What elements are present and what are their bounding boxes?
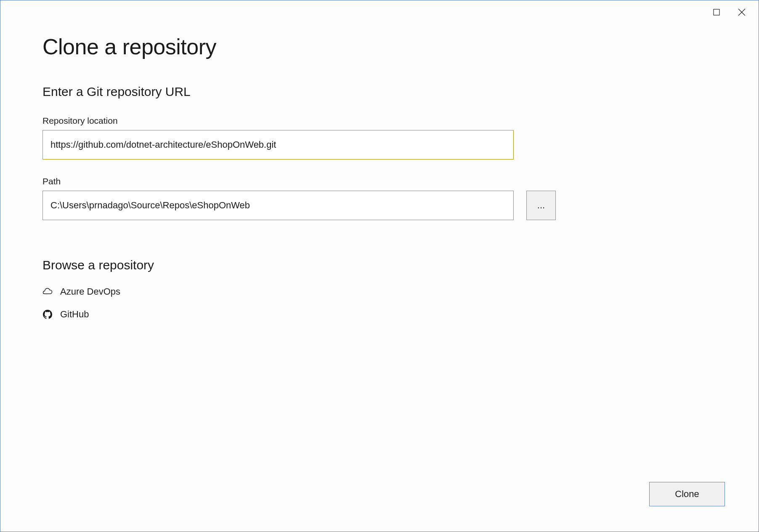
browse-item-label: Azure DevOps [60, 286, 120, 297]
browse-item-github[interactable]: GitHub [42, 306, 717, 323]
github-icon [42, 309, 53, 319]
repo-location-row [42, 130, 717, 160]
clone-repository-dialog: Clone a repository Enter a Git repositor… [0, 0, 759, 532]
dialog-footer: Clone [649, 482, 725, 506]
close-icon [738, 8, 746, 16]
browse-title: Browse a repository [42, 258, 717, 272]
repo-location-label: Repository location [42, 116, 717, 126]
close-button[interactable] [729, 4, 754, 21]
svg-rect-0 [714, 9, 719, 15]
browse-path-button[interactable]: ... [526, 191, 556, 220]
section-title: Enter a Git repository URL [42, 85, 717, 99]
browse-item-label: GitHub [60, 309, 89, 320]
titlebar [0, 0, 759, 21]
path-label: Path [42, 176, 717, 186]
dialog-content: Clone a repository Enter a Git repositor… [0, 21, 759, 532]
browse-item-azure-devops[interactable]: Azure DevOps [42, 283, 717, 301]
maximize-button[interactable] [704, 4, 729, 21]
path-input[interactable] [42, 191, 514, 220]
maximize-icon [713, 9, 720, 16]
clone-button[interactable]: Clone [649, 482, 725, 506]
cloud-icon [42, 287, 53, 297]
page-title: Clone a repository [42, 34, 717, 59]
path-row: ... [42, 191, 717, 220]
browse-section: Browse a repository Azure DevOps GitHub [42, 258, 717, 323]
repo-location-input[interactable] [42, 130, 514, 160]
